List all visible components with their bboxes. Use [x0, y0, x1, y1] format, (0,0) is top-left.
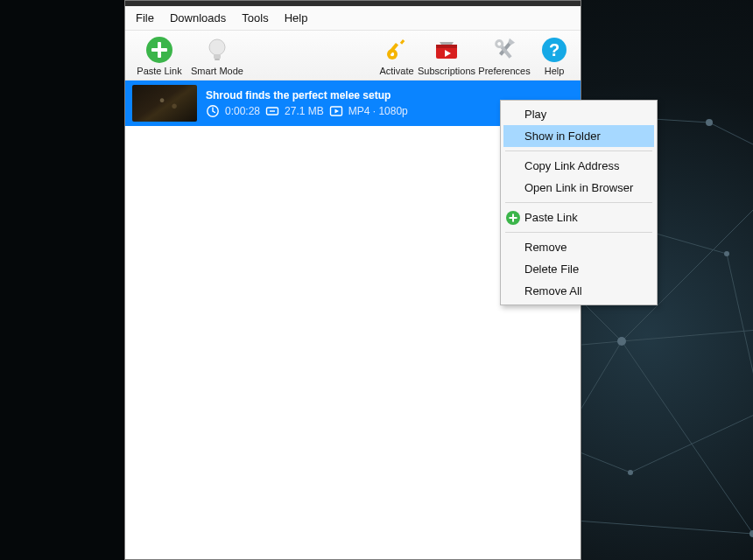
svg-line-5	[622, 341, 753, 534]
plus-icon	[506, 211, 520, 225]
download-meta: Shroud finds the perfect melee setup 0:0…	[206, 89, 408, 118]
ctx-paste-link[interactable]: Paste Link	[503, 206, 654, 228]
preferences-button[interactable]: Preferences	[475, 34, 533, 78]
menu-help[interactable]: Help	[283, 10, 310, 26]
smart-mode-button[interactable]: Smart Mode	[188, 34, 246, 78]
menu-downloads[interactable]: Downloads	[168, 10, 228, 26]
plus-icon	[145, 36, 173, 64]
ctx-open-link-in-browser[interactable]: Open Link in Browser	[503, 177, 654, 199]
context-menu: Play Show in Folder Copy Link Address Op…	[500, 100, 658, 305]
ctx-separator	[505, 150, 652, 151]
svg-line-3	[622, 324, 753, 341]
smart-mode-label: Smart Mode	[191, 66, 243, 76]
svg-rect-60	[510, 217, 517, 219]
help-icon: ?	[540, 36, 568, 64]
subscriptions-icon	[433, 36, 461, 64]
download-duration: 0:00:28	[225, 105, 260, 117]
download-format: MP4 · 1080p	[348, 105, 408, 117]
svg-point-34	[628, 470, 633, 475]
paste-link-button[interactable]: Paste Link	[130, 34, 188, 78]
svg-point-27	[749, 530, 753, 537]
svg-line-16	[727, 254, 753, 411]
ctx-copy-link-address[interactable]: Copy Link Address	[503, 155, 654, 177]
svg-marker-58	[334, 108, 339, 113]
ctx-separator	[505, 232, 652, 233]
svg-rect-40	[214, 54, 221, 59]
ctx-show-in-folder[interactable]: Show in Folder	[503, 125, 654, 147]
activate-label: Activate	[379, 66, 413, 76]
desktop-wallpaper: File Downloads Tools Help Paste Link Sma…	[0, 0, 753, 560]
svg-point-32	[724, 251, 729, 256]
paste-link-label: Paste Link	[137, 66, 181, 76]
clock-icon	[206, 104, 220, 118]
download-thumbnail	[132, 85, 197, 122]
ctx-remove-all[interactable]: Remove All	[503, 280, 654, 302]
help-button[interactable]: ? Help	[533, 34, 575, 78]
svg-point-39	[209, 39, 225, 55]
help-label: Help	[545, 66, 565, 76]
menu-file[interactable]: File	[134, 10, 156, 26]
subscriptions-button[interactable]: Subscriptions	[418, 34, 475, 78]
preferences-label: Preferences	[478, 66, 530, 76]
menu-tools[interactable]: Tools	[240, 10, 270, 26]
ctx-play[interactable]: Play	[503, 103, 654, 125]
filesize-icon	[265, 104, 279, 118]
key-icon	[383, 36, 411, 64]
svg-rect-38	[151, 48, 167, 52]
toolbar: Paste Link Smart Mode Activate Subscri	[125, 31, 581, 80]
wrench-screwdriver-icon	[490, 36, 518, 64]
video-format-icon	[329, 104, 343, 118]
ctx-remove[interactable]: Remove	[503, 236, 654, 258]
svg-line-17	[630, 411, 753, 472]
subscriptions-label: Subscriptions	[418, 66, 475, 76]
svg-point-20	[617, 337, 626, 346]
download-size: 27.1 MB	[285, 105, 324, 117]
svg-rect-45	[400, 39, 405, 45]
ctx-separator	[505, 202, 652, 203]
svg-line-8	[709, 122, 753, 166]
svg-rect-41	[215, 59, 220, 60]
menubar: File Downloads Tools Help	[125, 6, 581, 31]
lightbulb-icon	[203, 36, 231, 64]
download-title: Shroud finds the perfect melee setup	[206, 89, 408, 102]
ctx-delete-file[interactable]: Delete File	[503, 258, 654, 280]
svg-text:?: ?	[549, 40, 559, 60]
svg-rect-47	[436, 45, 457, 48]
activate-button[interactable]: Activate	[376, 34, 418, 78]
svg-point-25	[706, 119, 713, 126]
